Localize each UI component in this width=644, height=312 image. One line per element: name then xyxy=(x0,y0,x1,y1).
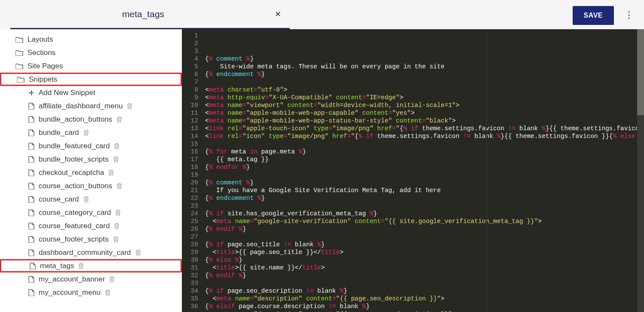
trash-icon[interactable] xyxy=(127,103,132,109)
code-line[interactable]: <title>{{ page.seo_title }}</title> xyxy=(205,248,644,256)
folder-icon xyxy=(15,37,23,43)
save-button[interactable]: SAVE xyxy=(573,6,614,25)
trash-icon[interactable] xyxy=(78,263,84,269)
code-line[interactable]: Site-wide meta tags. These will be on ev… xyxy=(205,63,644,70)
file-my_account_banner[interactable]: my_account_banner xyxy=(0,272,182,286)
file-course_action_buttons[interactable]: course_action_buttons xyxy=(0,179,182,193)
code-line[interactable]: <title>{{ site.name }}</title> xyxy=(205,264,644,272)
code-line[interactable]: {% for meta in page.meta %} xyxy=(205,148,644,156)
code-line[interactable]: {% if site.has_google_verification_meta_… xyxy=(205,210,644,217)
code-line[interactable]: <meta http-equiv="X-UA-Compatible" conte… xyxy=(205,94,644,101)
code-line[interactable]: {{ meta.tag }} xyxy=(205,156,644,163)
code-line[interactable]: {% elsif page.course.description != blan… xyxy=(205,303,644,310)
code-line[interactable]: {% if page.seo_description != blank %} xyxy=(205,287,644,295)
code-line[interactable] xyxy=(205,279,644,287)
trash-icon[interactable] xyxy=(108,170,114,176)
file-bundle_action_buttons[interactable]: bundle_action_buttons xyxy=(0,113,182,126)
editor-scrollbar[interactable] xyxy=(637,29,644,312)
trash-icon[interactable] xyxy=(114,223,120,229)
file-course_featured_card[interactable]: course_featured_card xyxy=(0,219,182,232)
code-line[interactable]: <meta name="google-site-verification" co… xyxy=(205,217,644,225)
trash-icon[interactable] xyxy=(105,290,110,296)
code-line[interactable] xyxy=(205,202,644,210)
code-editor[interactable]: 1234567891011121314151617181920212223242… xyxy=(182,29,644,312)
code-line[interactable] xyxy=(205,233,644,241)
folder-snippets[interactable]: Snippets xyxy=(0,73,182,86)
trash-icon[interactable] xyxy=(113,156,119,162)
trash-icon[interactable] xyxy=(117,183,122,189)
file-course_category_card[interactable]: course_category_card xyxy=(0,206,182,219)
trash-icon[interactable] xyxy=(113,236,119,242)
trash-icon[interactable] xyxy=(117,116,122,122)
folder-sections[interactable]: Sections xyxy=(0,46,182,59)
code-line[interactable]: {% if page.seo_title != blank %} xyxy=(205,241,644,248)
line-number: 10 xyxy=(182,101,198,109)
line-number: 25 xyxy=(182,217,198,225)
sidebar[interactable]: LayoutsSectionsSite PagesSnippetsAdd New… xyxy=(0,29,182,312)
code-line[interactable]: <meta name="viewport" content="width=dev… xyxy=(205,101,644,109)
file-affiliate_dashboard_menu[interactable]: affiliate_dashboard_menu xyxy=(0,99,182,113)
code-line[interactable]: <meta name="apple-mobile-web-app-status-… xyxy=(205,117,644,125)
file-icon xyxy=(30,263,36,269)
trash-icon[interactable] xyxy=(83,130,89,136)
folder-site-pages[interactable]: Site Pages xyxy=(0,59,182,73)
line-number: 32 xyxy=(182,272,198,279)
file-icon xyxy=(28,183,34,190)
file-label: checkout_recaptcha xyxy=(39,168,104,177)
code-line[interactable]: <link rel="icon" type="image/png" href="… xyxy=(205,132,644,140)
code-line[interactable]: <meta name="description" content="{{ pag… xyxy=(205,310,644,312)
file-checkout_recaptcha[interactable]: checkout_recaptcha xyxy=(0,166,182,179)
code-line[interactable] xyxy=(205,140,644,148)
trash-icon[interactable] xyxy=(135,250,141,256)
trash-icon[interactable] xyxy=(109,276,115,282)
file-bundle_card[interactable]: bundle_card xyxy=(0,126,182,139)
file-my_account_menu[interactable]: my_account_menu xyxy=(0,286,182,299)
file-icon xyxy=(28,289,34,296)
file-label: my_account_banner xyxy=(39,275,105,284)
code-line[interactable] xyxy=(205,78,644,86)
close-icon[interactable]: ✕ xyxy=(275,9,281,19)
line-number: 31 xyxy=(182,264,198,272)
file-bundle_featured_card[interactable]: bundle_featured_card xyxy=(0,139,182,153)
add-new-snippet[interactable]: Add New Snippet xyxy=(0,86,182,99)
trash-icon[interactable] xyxy=(115,210,121,216)
file-icon xyxy=(28,143,34,150)
plus-icon xyxy=(28,90,34,96)
code-line[interactable] xyxy=(205,171,644,179)
file-icon xyxy=(28,129,34,136)
header: meta_tags ✕ SAVE ⋮ xyxy=(0,0,644,29)
kebab-menu-icon[interactable]: ⋮ xyxy=(624,10,634,20)
code-line[interactable]: <meta name="apple-mobile-web-app-capable… xyxy=(205,109,644,117)
code-line[interactable]: If you have a Google Site Verification M… xyxy=(205,187,644,194)
tab-title: meta_tags xyxy=(122,9,164,19)
folder-icon xyxy=(17,76,25,83)
code-line[interactable]: {% comment %} xyxy=(205,55,644,63)
file-course_footer_scripts[interactable]: course_footer_scripts xyxy=(0,232,182,246)
trash-icon[interactable] xyxy=(83,196,89,202)
code-line[interactable]: {% comment %} xyxy=(205,179,644,187)
file-course_card[interactable]: course_card xyxy=(0,193,182,206)
folder-layouts[interactable]: Layouts xyxy=(0,33,182,46)
file-label: course_action_buttons xyxy=(39,182,112,190)
active-tab[interactable]: meta_tags ✕ xyxy=(10,0,290,29)
code-line[interactable]: {% endfor %} xyxy=(205,163,644,171)
code-line[interactable]: {% endif %} xyxy=(205,272,644,279)
code-line[interactable]: {% else %} xyxy=(205,256,644,264)
file-meta_tags[interactable]: meta_tags xyxy=(0,259,182,272)
line-number: 29 xyxy=(182,248,198,256)
file-icon xyxy=(28,236,34,243)
code-line[interactable]: <meta charset="utf-8"> xyxy=(205,86,644,94)
file-dashboard_community_card[interactable]: dashboard_community_card xyxy=(0,246,182,259)
scrollbar-thumb[interactable] xyxy=(637,29,644,115)
line-number: 12 xyxy=(182,117,198,125)
code-line[interactable]: <link rel="apple-touch-icon" type="image… xyxy=(205,125,644,132)
line-number: 28 xyxy=(182,241,198,248)
code-line[interactable]: {% endcomment %} xyxy=(205,70,644,78)
code-line[interactable]: {% endif %} xyxy=(205,225,644,233)
code-line[interactable]: {% endcomment %} xyxy=(205,194,644,202)
folder-label: Layouts xyxy=(28,35,53,44)
code-area[interactable]: {% comment %} Site-wide meta tags. These… xyxy=(202,29,644,312)
file-bundle_footer_scripts[interactable]: bundle_footer_scripts xyxy=(0,153,182,166)
trash-icon[interactable] xyxy=(114,143,120,149)
code-line[interactable]: <meta name="description" content="{{ pag… xyxy=(205,295,644,303)
